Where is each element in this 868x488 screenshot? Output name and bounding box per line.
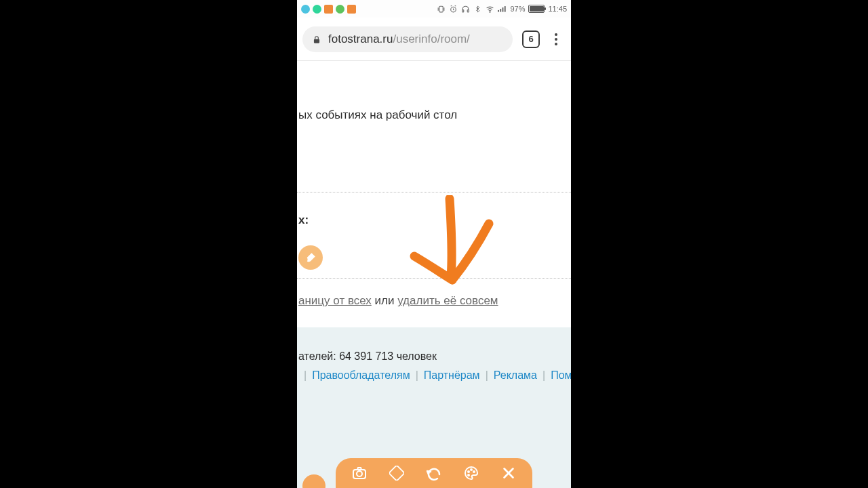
- svg-rect-8: [505, 6, 506, 12]
- svg-point-16: [468, 474, 469, 476]
- footer-link-rights[interactable]: Правообладателям: [312, 369, 410, 382]
- status-bar-right: 97% 11:45: [437, 5, 567, 14]
- url-path: /userinfo/room/: [393, 33, 469, 45]
- undo-icon[interactable]: [424, 463, 444, 483]
- partial-circle-icon: [302, 474, 326, 488]
- svg-rect-0: [439, 6, 443, 12]
- footer-separator: |: [298, 369, 312, 382]
- headphones-icon: [461, 5, 470, 14]
- statusbar-app-dot: [301, 5, 310, 14]
- eraser-icon[interactable]: [387, 463, 407, 483]
- svg-point-11: [357, 471, 362, 476]
- tab-count: 6: [528, 34, 533, 44]
- status-bar-left: [301, 5, 356, 14]
- svg-rect-12: [389, 466, 404, 481]
- users-count-text: ателей: 64 391 713 человек: [298, 350, 571, 363]
- annotation-arrow: [402, 195, 504, 290]
- vibrate-icon: [437, 5, 446, 14]
- footer-links: | Правообладателям | Партнёрам | Реклама…: [298, 369, 571, 382]
- svg-rect-7: [502, 7, 504, 12]
- palette-icon[interactable]: [461, 463, 481, 483]
- lock-icon: [312, 35, 321, 44]
- svg-point-4: [490, 12, 490, 12]
- wifi-icon: [486, 5, 494, 14]
- battery-icon: [528, 5, 545, 13]
- statusbar-app-dot: [313, 5, 321, 14]
- menu-button[interactable]: [549, 33, 563, 45]
- signal-icon: [498, 5, 507, 14]
- url-text: fotostrana.ru/userinfo/room/: [328, 33, 470, 46]
- statusbar-app-dot: [336, 5, 344, 14]
- annotation-toolbar: [336, 458, 532, 488]
- svg-point-15: [473, 471, 475, 472]
- alarm-icon: [449, 5, 458, 14]
- visibility-links-row: аницу от всех или удалить её совсем: [297, 294, 571, 308]
- webpage-content[interactable]: ых событиях на рабочий стол x: аницу от …: [297, 61, 571, 488]
- svg-rect-3: [468, 9, 469, 12]
- camera-icon[interactable]: [349, 463, 370, 483]
- link-delete-page[interactable]: удалить её совсем: [397, 294, 498, 307]
- footer-link-help[interactable]: Пом: [551, 369, 571, 382]
- statusbar-app-square: [347, 5, 356, 14]
- url-host: fotostrana.ru: [328, 33, 393, 45]
- browser-toolbar: fotostrana.ru/userinfo/room/ 6: [297, 18, 571, 61]
- omnibox[interactable]: fotostrana.ru/userinfo/room/: [302, 26, 513, 52]
- footer-link-ads[interactable]: Реклама: [494, 369, 537, 382]
- battery-percent: 97%: [510, 5, 525, 13]
- footer-separator: |: [410, 369, 424, 382]
- footer-link-partners[interactable]: Партнёрам: [424, 369, 480, 382]
- divider: [297, 192, 571, 192]
- link-hide-from-all[interactable]: аницу от всех: [298, 294, 372, 307]
- footer-separator: |: [537, 369, 551, 382]
- label-x: x:: [297, 214, 309, 227]
- text-desktop-events: ых событиях на рабочий стол: [297, 108, 457, 122]
- text-or: или: [372, 294, 397, 307]
- tab-switcher-button[interactable]: 6: [522, 30, 540, 48]
- svg-point-14: [471, 469, 472, 470]
- brush-icon[interactable]: [298, 245, 323, 270]
- svg-rect-5: [498, 10, 499, 12]
- divider: [297, 278, 571, 279]
- footer-separator: |: [480, 369, 494, 382]
- svg-point-13: [468, 471, 469, 472]
- close-icon[interactable]: [498, 463, 519, 483]
- clock-text: 11:45: [548, 5, 567, 13]
- bluetooth-icon: [473, 5, 482, 14]
- svg-rect-9: [314, 39, 319, 43]
- svg-rect-2: [462, 9, 464, 12]
- page-footer: ателей: 64 391 713 человек | Правооблада…: [297, 327, 571, 488]
- phone-viewport: 97% 11:45 fotostrana.ru/userinfo/room/ 6…: [297, 0, 571, 488]
- svg-rect-6: [500, 9, 502, 12]
- status-bar: 97% 11:45: [297, 0, 571, 18]
- statusbar-app-square: [324, 5, 333, 14]
